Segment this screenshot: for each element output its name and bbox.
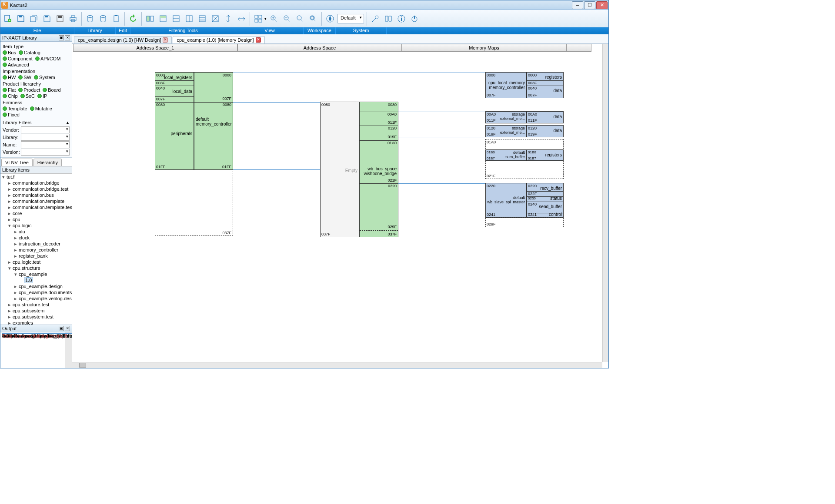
tree-node[interactable]: cpu [12,217,21,222]
col-header-3[interactable]: Memory Maps [402,44,566,52]
tree-twisty[interactable]: ▸ [7,216,12,222]
filter-product[interactable]: Product [18,87,40,93]
filter2-icon[interactable] [157,12,169,25]
tree-node[interactable]: 1.0 [24,277,33,283]
info-icon[interactable] [396,12,407,25]
tree-twisty[interactable]: ▸ [13,253,18,259]
tree-node[interactable]: communication.template.test [12,205,72,210]
tree-node[interactable]: alu [18,229,26,234]
mm-sum[interactable]: 01B0 default sum_buffer 01B7 [485,149,527,161]
panel-float-button[interactable]: ▣ [59,35,64,40]
tree-node[interactable]: instruction_decoder [18,241,61,246]
filter6-icon[interactable] [210,12,221,25]
zoom-out-icon[interactable] [281,12,293,25]
filter7-icon[interactable] [223,12,234,25]
mm-spi[interactable]: 0220 default wb_slave_spi_master 0241 [485,183,527,218]
close-button[interactable]: ✕ [596,1,608,9]
mm-sum-r[interactable]: 01B0 registers 01B7 [527,149,564,161]
tab-hierarchy[interactable]: Hierarchy [33,159,62,166]
db-icon[interactable] [84,12,96,25]
tree-node[interactable]: core [12,211,23,216]
document-tab[interactable]: cpu_example (1.0) [Memory Design]✕ [173,36,264,43]
tree-node[interactable]: cpu.structure.test [12,302,50,307]
tree-node[interactable]: communication.template [12,199,65,204]
tree-node[interactable]: communication.bridge [12,180,60,186]
tree-twisty[interactable]: ▸ [7,320,12,325]
filter-bus[interactable]: Bus [3,50,16,55]
filter-ip[interactable]: IP [37,93,47,99]
tree-twisty[interactable]: ▸ [13,235,18,241]
filter-vendor-combo[interactable] [21,126,70,133]
mm-ext1-r[interactable]: 00A0 data 011F [527,111,564,123]
panel-close-button[interactable]: ✕ [65,35,70,40]
zoom-fit-icon[interactable] [307,12,319,25]
mm-cpu-local-right[interactable]: 0000 registers 003F 0040 data 007F [527,72,564,98]
workspace-select[interactable]: Default [337,14,364,23]
tree-twisty[interactable]: ▸ [7,308,12,314]
as2-empty[interactable]: 0080 Empty 037F [320,102,359,237]
tree-twisty[interactable]: ▸ [7,314,12,320]
tree-twisty[interactable]: ▸ [7,192,12,198]
zoom-reset-icon[interactable] [294,12,306,25]
tree-node[interactable]: communication.bridge.test [12,186,69,192]
tab-vlnv-tree[interactable]: VLNV Tree [1,159,33,166]
db2-icon[interactable] [97,12,109,25]
filter-flat[interactable]: Flat [3,87,16,93]
tree-twisty[interactable]: ▾ [1,174,6,180]
tree-node[interactable]: cpu_example.documents [18,290,72,295]
tree-node[interactable]: communication.bus [12,192,55,198]
save-all-icon[interactable] [28,12,40,25]
filter-sw[interactable]: SW [18,75,31,80]
print-icon[interactable] [67,12,79,25]
as2-wb[interactable]: 0080 00A0 011F 0120 019F 01A0 wb_bus_spa… [359,102,398,237]
tree-twisty[interactable]: ▸ [13,241,18,247]
tree-twisty[interactable]: ▸ [13,295,18,302]
filter-apicom[interactable]: API/COM [35,56,60,61]
filter4-icon[interactable] [184,12,195,25]
new-icon[interactable] [2,12,13,25]
tree-twisty[interactable]: ▸ [7,302,12,308]
tree-node[interactable]: cpu_example.verilog.des... [18,296,72,301]
tree-node[interactable]: cpu_example [18,272,48,277]
filter-chip[interactable]: Chip [3,93,18,99]
col-header-4[interactable] [566,44,591,52]
as1-block[interactable]: 0000 local_registers 003F 0040 local_dat… [155,72,194,170]
tree-node[interactable]: cpu.logic [12,223,32,228]
mm-cpu-local[interactable]: 0000 cpu_local_memory memory_controller … [485,72,527,98]
filter-board[interactable]: Board [43,87,60,93]
tree-twisty[interactable]: ▸ [13,289,18,295]
tree-twisty[interactable]: ▸ [13,247,18,253]
book-icon[interactable] [383,12,394,25]
col-header-2[interactable]: Address Space [237,44,402,52]
power-icon[interactable] [409,12,420,25]
tree-node[interactable]: tut.fi [6,174,17,179]
mm-spi-r[interactable]: 0220 recv_buffer 022F 0230 status 0240 s… [527,183,564,218]
minimize-button[interactable]: – [572,1,583,9]
zoom-in-icon[interactable] [268,12,280,25]
filter-template[interactable]: Template [3,106,27,111]
tree-twisty[interactable]: ▸ [7,180,12,186]
tree-twisty[interactable]: ▸ [13,283,18,289]
save-as-icon[interactable] [41,12,53,25]
maximize-button[interactable]: ☐ [584,1,595,9]
canvas-h-scrollbar[interactable] [72,362,602,368]
design-canvas[interactable]: Address Space_1 Address Space Memory Map… [72,44,608,368]
tree-twisty[interactable]: ▾ [7,222,12,229]
save-icon[interactable] [15,12,27,25]
tree-twisty[interactable]: ▾ [13,271,18,277]
tree-twisty[interactable]: ▾ [7,265,12,271]
clipboard-icon[interactable] [110,12,122,25]
output-close-button[interactable]: ✕ [65,326,70,331]
tree-twisty[interactable]: ▸ [13,229,18,235]
canvas-v-scrollbar[interactable] [602,44,608,362]
tree-node[interactable]: cpu_example.design [18,284,63,289]
filter-version-combo[interactable] [21,149,70,156]
collapse-filters-icon[interactable]: ▲ [66,120,70,125]
filter-fixed[interactable]: Fixed [3,112,20,117]
tree-node[interactable]: cpu.subsystem.test [12,314,54,319]
tree-node[interactable]: cpu.logic.test [12,259,41,265]
tree-twisty[interactable]: ▸ [7,198,12,204]
document-tab[interactable]: cpu_example.design (1.0) [HW Design]✕ [74,36,172,43]
tree-twisty[interactable]: ▸ [7,204,12,210]
tree-twisty[interactable]: ▸ [7,259,12,265]
